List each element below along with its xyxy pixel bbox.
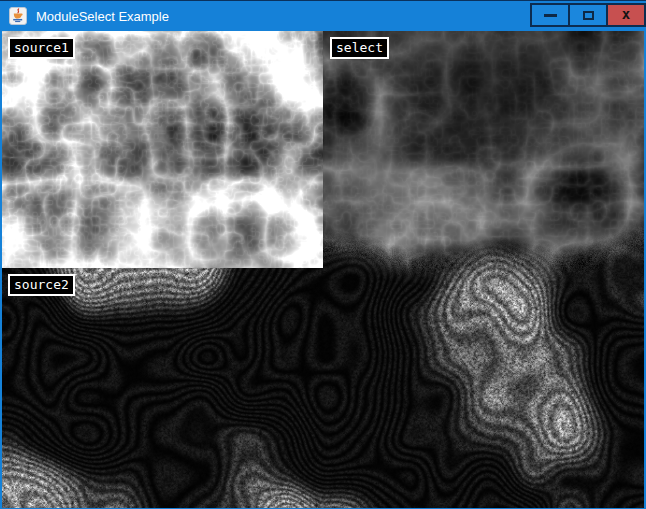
render-area: source1 select source2 xyxy=(2,31,644,508)
titlebar[interactable]: ModuleSelect Example x xyxy=(0,1,646,31)
java-app-icon xyxy=(9,7,27,25)
source2-image xyxy=(2,268,323,508)
minimize-button[interactable] xyxy=(530,3,570,27)
close-button[interactable]: x xyxy=(606,3,646,27)
maximize-button[interactable] xyxy=(568,3,608,27)
close-icon: x xyxy=(622,7,630,21)
minimize-icon xyxy=(544,14,557,17)
maximize-icon xyxy=(583,11,594,20)
source1-image xyxy=(2,31,323,268)
window-controls: x xyxy=(532,3,646,27)
label-select: select xyxy=(330,37,389,59)
window-title: ModuleSelect Example xyxy=(36,9,169,24)
app-window: ModuleSelect Example x source1 select so… xyxy=(0,0,646,509)
label-source1: source1 xyxy=(8,37,75,59)
label-source2: source2 xyxy=(8,274,75,296)
